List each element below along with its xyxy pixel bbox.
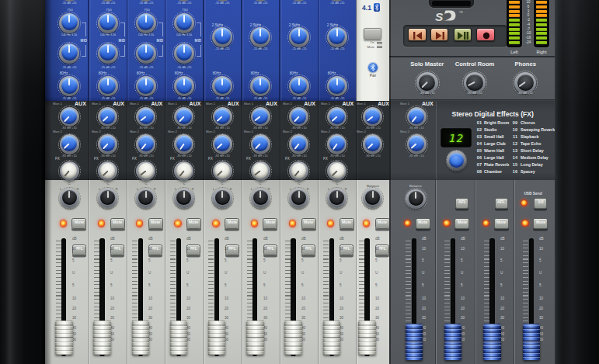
fx-preset-name: Sweeping Reverb — [521, 127, 555, 132]
channel-fader-cap[interactable] — [55, 321, 73, 355]
pan-knob-pointer — [145, 191, 147, 198]
mon2-scale: -80 dB +10 — [365, 154, 381, 158]
eq-low-knob-cap — [214, 78, 231, 94]
fx-send-knob-cap — [291, 163, 307, 179]
sd-card-slot-opening — [432, 1, 471, 6]
fx-display-value: 12 — [449, 132, 464, 144]
pan-knob-pointer — [336, 191, 338, 198]
mute-button[interactable]: Mute — [301, 218, 316, 229]
fx-preset-name: Slapback — [521, 134, 538, 139]
aux-title: AUX — [113, 100, 124, 106]
signal-led — [61, 220, 67, 227]
mon1-scale: -80 dB +10 — [138, 127, 154, 130]
mid-bracket — [124, 23, 125, 36]
fx-send-knob-cap — [100, 163, 116, 179]
strip-separator — [279, 0, 280, 101]
eq-mid-gain-scale: -15 dB +15 — [100, 66, 115, 69]
channel-fader-scale-2: 5 — [110, 259, 113, 263]
fx-send-knob-pointer — [102, 170, 108, 176]
channel-fader-cap[interactable] — [93, 321, 111, 355]
mute-button-label: Mute — [342, 220, 351, 224]
strip-separator — [165, 0, 166, 101]
channel-fader-cap[interactable] — [246, 321, 264, 355]
play-pause-button[interactable] — [454, 28, 472, 42]
skip-forward-button[interactable] — [430, 28, 449, 42]
strip-separator — [318, 0, 319, 101]
eq-low-knob-pointer — [336, 78, 338, 86]
mute-button[interactable]: Mute — [263, 218, 277, 229]
fx-preset-name: Studio — [484, 127, 497, 132]
fx-preset-name: Large Hall — [484, 155, 504, 160]
mute-button[interactable]: Mute — [186, 218, 201, 229]
fx-send-knob-cap — [176, 163, 192, 179]
right-meter-segment — [536, 19, 547, 22]
channel-fader-scale-0: dB — [148, 237, 153, 241]
fx-preset-name: Medium Delay — [521, 155, 549, 160]
solo-master-knob-pointer — [421, 81, 427, 88]
eq-mid-gain-scale: -15 dB +15 — [138, 66, 153, 69]
mid-bracket-bottom — [197, 56, 200, 57]
eq-low-knob-pointer — [298, 78, 300, 86]
eq-low-knob-cap — [176, 78, 193, 94]
solo-master-knob-cap — [419, 75, 435, 91]
monitor-knob-scale-0: -80 dB +10 — [420, 92, 435, 95]
record-button[interactable] — [476, 28, 495, 42]
bluetooth-pair-button[interactable] — [368, 63, 378, 72]
mute-button[interactable]: Mute — [375, 218, 390, 229]
meter-scale-5: -4 — [527, 23, 530, 27]
channel-fader-cap[interactable] — [284, 321, 302, 355]
right-meter-segment — [536, 28, 547, 31]
mon1-label: Mon 1 — [168, 102, 177, 105]
eq-hi-scale: -15 dB +15 — [177, 2, 192, 5]
pfl-button-label: PFL — [75, 247, 83, 251]
eq-hi-scale: -15 dB +15 — [253, 2, 268, 5]
channel-fader-scale-3: U — [72, 271, 75, 275]
mute-button[interactable]: Mute — [110, 218, 125, 229]
mon2-scale: -80 dB +10 — [214, 154, 230, 158]
channel-fader-cap[interactable] — [208, 321, 226, 355]
channel-fader-cap[interactable] — [323, 321, 341, 355]
mon1-send-knob-pointer — [331, 116, 337, 122]
left-meter-segment — [509, 19, 520, 22]
fx-preset-name: Warm Hall — [484, 148, 504, 153]
strip-separator — [318, 180, 319, 364]
channel-fader-cap[interactable] — [132, 321, 150, 355]
fx-send-knob-pointer — [294, 170, 299, 176]
mon1-send-knob-pointer — [64, 116, 70, 122]
right-meter-segment — [536, 36, 547, 40]
channel-fader-scale-0: dB — [110, 237, 115, 241]
channel-fader-scale-4: 5 — [340, 284, 342, 288]
mon2-label: Mon 2 — [168, 130, 177, 133]
eq-mid-knob-cap — [291, 28, 307, 44]
channel-fader-cap[interactable] — [358, 321, 376, 355]
fx-zone-separator — [436, 101, 437, 179]
mute-button[interactable]: Mute — [148, 218, 163, 229]
bluetooth-on-mute-switch[interactable] — [364, 28, 381, 40]
fx-send-label: FX — [285, 158, 290, 161]
fx-preset-number: 15 — [513, 162, 517, 167]
fx-preset-name: Short Delay — [521, 148, 544, 153]
mute-button[interactable]: Mute — [340, 218, 354, 229]
mon2-send-knob-pointer — [294, 144, 299, 150]
mon2-send-knob-pointer — [333, 144, 338, 151]
eq-low-knob-pointer — [183, 78, 185, 86]
mon1-send-knob-pointer — [217, 116, 223, 122]
control-groove — [389, 56, 555, 58]
chassis-right-top-sheen — [555, 0, 599, 109]
mon1-scale: -80 dB +10 — [100, 127, 116, 130]
aux-title: AUX — [266, 100, 277, 106]
eq-mid-freq-knob-pointer — [107, 15, 109, 23]
eq-mid-freq-knob-pointer — [183, 15, 185, 23]
eq-low-knob-cap — [252, 78, 269, 94]
skip-back-button[interactable] — [408, 28, 427, 42]
channel-fader-scale-4: 5 — [72, 284, 75, 288]
mute-button[interactable]: Mute — [225, 218, 239, 229]
mute-button[interactable]: Mute — [71, 218, 86, 229]
channel-fader-scale-6: 20 — [148, 307, 152, 310]
eq-mid-gain-knob-cap — [99, 44, 116, 61]
fx-preset-number: 08 — [476, 169, 481, 174]
channel-fader-cap[interactable] — [170, 321, 188, 355]
channel-fader-scale-7: 30 — [225, 316, 228, 320]
mid-bracket — [162, 23, 163, 36]
channel-fader-scale-5: 10 — [263, 296, 267, 300]
